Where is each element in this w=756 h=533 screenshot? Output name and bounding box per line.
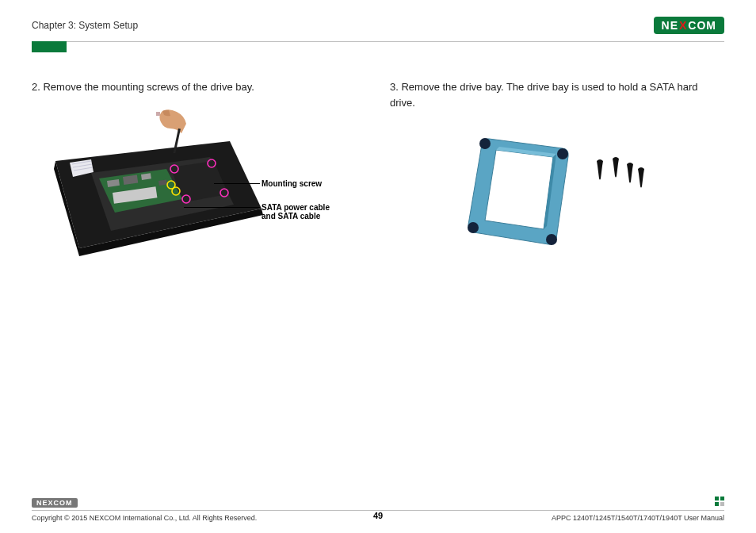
svg-point-23 [479,138,491,149]
callout-sata-cable: SATA power cable and SATA cable [262,203,333,221]
svg-rect-21 [173,128,181,153]
leader-line-2 [184,207,260,208]
logo-pre: NE [662,19,678,32]
footer-logo-post: COM [54,499,73,507]
hand-illustration [147,109,202,153]
leader-line-1 [214,183,260,184]
logo-post: COM [688,19,716,32]
header-rule [32,41,724,42]
doc-id-text: APPC 1240T/1245T/1540T/1740T/1940T User … [552,514,724,522]
figure-step-3 [437,125,675,275]
figure-step-2: Mounting screw SATA power cable and SATA… [48,109,333,276]
breadcrumb: Chapter 3: System Setup [32,20,138,31]
footer-corner-mark [715,497,724,506]
brand-logo: NEXCOM [654,17,724,34]
footer-logo-pre: NE [36,499,48,507]
step-2-text: 2. Remove the mounting screws of the dri… [32,79,366,95]
svg-point-26 [546,234,557,245]
logo-x: X [678,19,688,32]
chassis-illustration [48,137,269,256]
step-3-text: 3. Remove the drive bay. The drive bay i… [390,79,724,110]
page-number: 49 [373,511,383,520]
svg-point-25 [468,222,479,233]
screws-illustration [592,156,649,192]
copyright-text: Copyright © 2015 NEXCOM International Co… [32,514,257,522]
footer-logo: NEXCOM [32,498,78,508]
footer-logo-x: X [48,499,54,507]
callout-mounting-screw: Mounting screw [262,179,322,189]
drive-bay-bracket [461,132,580,255]
svg-point-24 [557,148,568,159]
header-accent-tab [32,41,67,52]
svg-rect-22 [156,112,160,116]
